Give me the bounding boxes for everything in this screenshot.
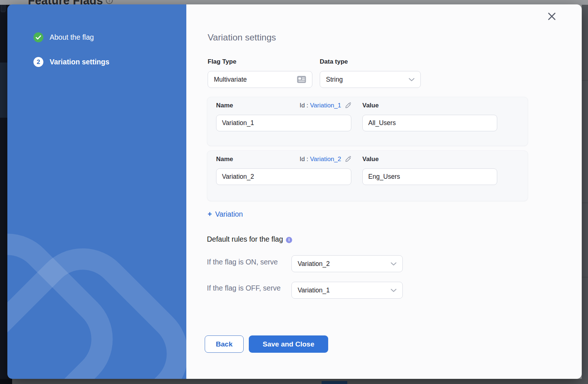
flag-on-value: Variation_2: [298, 260, 330, 268]
close-icon[interactable]: [546, 11, 557, 21]
variation-value-input[interactable]: [362, 115, 497, 131]
screen: Feature Flagsi About the flag: [0, 0, 588, 384]
chevron-down-icon: [391, 289, 397, 292]
data-type-dropdown[interactable]: String: [320, 71, 421, 88]
plus-icon: +: [208, 210, 212, 218]
id-prefix: Id :: [300, 156, 308, 163]
step-list: About the flag 2 Variation settings: [33, 32, 110, 82]
flag-off-value: Variation_1: [298, 287, 330, 294]
flag-on-dropdown[interactable]: Variation_2: [291, 255, 403, 272]
edit-pencil-icon[interactable]: [345, 156, 351, 164]
flag-on-label: If the flag is ON, serve: [207, 257, 291, 267]
variation-value-input[interactable]: [362, 168, 497, 185]
id-prefix: Id :: [300, 102, 308, 109]
variation-id-link[interactable]: Variation_1: [310, 102, 341, 109]
step-complete-check-icon: [33, 32, 43, 42]
variation-card: Name Id : Variation_2 Value: [207, 150, 528, 201]
background-page-edge: [582, 5, 588, 379]
data-type-value: String: [326, 76, 343, 83]
add-variation-button[interactable]: +Variation: [208, 210, 243, 218]
background-page-bottom: [12, 379, 588, 384]
variation-name-input[interactable]: [216, 168, 351, 185]
info-icon: i: [106, 0, 113, 4]
edit-pencil-icon[interactable]: [345, 102, 351, 110]
background-corner: [0, 379, 12, 384]
background-button-fragment: [322, 381, 347, 384]
variation-id-row: Id : Variation_2: [216, 156, 351, 164]
flag-off-dropdown[interactable]: Variation_1: [291, 282, 403, 299]
panel-title: Variation settings: [208, 32, 276, 43]
step-variation-settings[interactable]: 2 Variation settings: [33, 57, 110, 67]
step-label: Variation settings: [50, 58, 110, 66]
flag-type-value: Multivariate: [214, 76, 247, 83]
variation-settings-modal: About the flag 2 Variation settings Vari…: [7, 4, 582, 379]
info-icon: i: [286, 237, 292, 243]
save-and-close-button[interactable]: Save and Close: [249, 335, 328, 353]
value-label: Value: [362, 156, 379, 163]
variation-id-row: Id : Variation_1: [216, 102, 351, 110]
chevron-down-icon: [409, 78, 415, 81]
chevron-down-icon: [391, 262, 397, 266]
wizard-steps-sidebar: About the flag 2 Variation settings: [7, 4, 186, 379]
step-label: About the flag: [50, 33, 94, 42]
data-type-label: Data type: [320, 58, 348, 65]
variation-name-input[interactable]: [216, 115, 351, 131]
modal-content: Variation settings Flag Type Data type M…: [186, 4, 582, 379]
default-rules-heading: Default rules for the flagi: [207, 235, 292, 243]
flag-off-label: If the flag is OFF, serve: [207, 283, 291, 293]
flag-type-field: Multivariate: [208, 71, 312, 88]
variation-card: Name Id : Variation_1 Value: [207, 97, 528, 146]
back-button[interactable]: Back: [205, 335, 244, 353]
id-card-icon: [297, 76, 306, 83]
value-label: Value: [362, 102, 379, 109]
variation-id-link[interactable]: Variation_2: [310, 156, 341, 163]
step-number-badge: 2: [33, 57, 43, 67]
step-about-the-flag[interactable]: About the flag: [33, 32, 110, 42]
flag-type-label: Flag Type: [208, 58, 236, 65]
